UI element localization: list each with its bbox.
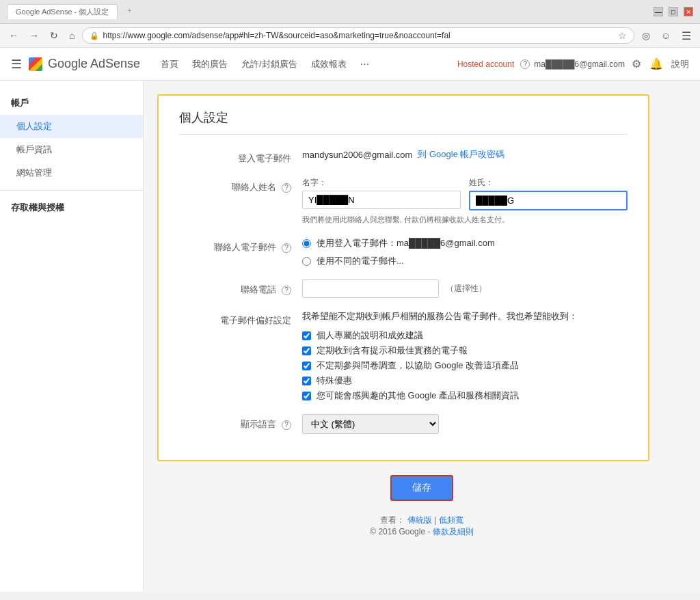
- nav-my-ads[interactable]: 我的廣告: [192, 55, 228, 73]
- radio-login-input[interactable]: [302, 239, 311, 248]
- change-password-link[interactable]: 到 Google 帳戶改密碼: [418, 148, 504, 161]
- sidebar-section-account: 帳戶: [0, 92, 143, 115]
- email-prefs-intro: 我希望能不定期收到帳戶相關的服務公告電子郵件。我也希望能收到：: [302, 310, 628, 323]
- first-name-input[interactable]: [302, 191, 461, 209]
- checkbox-surveys-label: 不定期參與問卷調查，以協助 Google 改善這項產品: [317, 359, 519, 372]
- refresh-button[interactable]: ↻: [46, 29, 62, 42]
- help-button[interactable]: 說明: [671, 58, 689, 70]
- radio-different-input[interactable]: [302, 257, 311, 266]
- sidebar-item-personal-settings[interactable]: 個人設定: [0, 115, 143, 138]
- login-email-label: 登入電子郵件: [179, 148, 302, 165]
- email-prefs-container: 我希望能不定期收到帳戶相關的服務公告電子郵件。我也希望能收到： 個人專屬的說明和…: [302, 310, 628, 402]
- checkbox-personal-tips-input[interactable]: [302, 331, 311, 340]
- phone-help-icon[interactable]: ?: [282, 286, 291, 295]
- checkbox-newsletter[interactable]: 定期收到含有提示和最佳實務的電子報: [302, 344, 628, 357]
- sidebar-item-account-info[interactable]: 帳戶資訊: [0, 138, 143, 161]
- footer-low-bandwidth-link[interactable]: 低頻寬: [439, 515, 463, 525]
- hosted-account-badge[interactable]: Hosted account: [457, 59, 514, 69]
- extension-icon[interactable]: ◎: [638, 29, 654, 42]
- nav-allow-block[interactable]: 允許/封鎖廣告: [241, 55, 297, 73]
- last-name-group: 姓氏：: [469, 177, 628, 210]
- login-email-value: mandysun2006@gmail.com 到 Google 帳戶改密碼: [302, 148, 628, 161]
- language-select[interactable]: 中文 (繁體)English日本語한국어: [302, 414, 439, 434]
- checkbox-other-products-input[interactable]: [302, 392, 311, 400]
- sidebar-item-site-management[interactable]: 網站管理: [0, 161, 143, 185]
- address-bar[interactable]: 🔒 ☆: [82, 27, 634, 44]
- checkbox-personal-tips-label: 個人專屬的說明和成效建議: [317, 329, 423, 342]
- phone-input[interactable]: [302, 279, 439, 298]
- nav-reports[interactable]: 成效報表: [311, 55, 347, 73]
- language-help-icon[interactable]: ?: [282, 420, 291, 430]
- save-area: 儲存: [157, 475, 686, 501]
- contact-name-help-icon[interactable]: ?: [282, 183, 291, 193]
- tab-label: Google AdSense - 個人設定: [7, 4, 118, 19]
- app-header: ☰ Google AdSense 首頁 我的廣告 允許/封鎖廣告 成效報表 ··…: [0, 48, 700, 81]
- google-logo-icon: [29, 57, 42, 71]
- new-tab[interactable]: +: [122, 4, 137, 19]
- checkbox-surveys-input[interactable]: [302, 362, 311, 370]
- checkbox-offers-input[interactable]: [302, 377, 311, 385]
- maximize-button[interactable]: □: [669, 7, 678, 16]
- url-input[interactable]: [103, 31, 614, 40]
- sidebar-divider: [0, 190, 143, 191]
- checkbox-offers[interactable]: 特殊優惠: [302, 374, 628, 387]
- phone-value: （選擇性）: [302, 279, 628, 298]
- login-email-text: mandysun2006@gmail.com: [302, 150, 412, 160]
- contact-name-label: 聯絡人姓名 ?: [179, 177, 302, 193]
- nav-home[interactable]: 首頁: [161, 55, 178, 73]
- checkbox-surveys[interactable]: 不定期參與問卷調查，以協助 Google 改善這項產品: [302, 359, 628, 372]
- user-email: ma█████6@gmail.com: [534, 59, 625, 69]
- lock-icon: 🔒: [90, 31, 99, 40]
- radio-use-login-email[interactable]: 使用登入電子郵件：ma█████6@gmail.com: [302, 237, 628, 249]
- first-name-label: 名字：: [302, 177, 461, 189]
- checkbox-personal-tips[interactable]: 個人專屬的說明和成效建議: [302, 329, 628, 342]
- last-name-input[interactable]: [469, 191, 628, 210]
- language-value: 中文 (繁體)English日本語한국어: [302, 414, 628, 434]
- email-prefs-label: 電子郵件偏好設定: [179, 310, 302, 327]
- sidebar: 帳戶 個人設定 帳戶資訊 網站管理 存取權與授權: [0, 81, 144, 592]
- footer-terms-link[interactable]: 條款及細則: [433, 527, 474, 536]
- browser-menu-button[interactable]: ☰: [678, 28, 695, 44]
- phone-row: 聯絡電話 ? （選擇性）: [179, 279, 628, 298]
- back-button[interactable]: ←: [5, 29, 22, 42]
- hamburger-button[interactable]: ☰: [11, 57, 22, 72]
- window-chrome: Google AdSense - 個人設定 + — □ ✕: [0, 0, 700, 24]
- contact-email-value: 使用登入電子郵件：ma█████6@gmail.com 使用不同的電子郵件...: [302, 237, 628, 267]
- contact-email-label: 聯絡人電子郵件 ?: [179, 237, 302, 254]
- contact-email-help-icon[interactable]: ?: [282, 243, 291, 253]
- star-icon[interactable]: ☆: [618, 30, 627, 41]
- forward-button[interactable]: →: [26, 29, 42, 42]
- contact-name-row: 聯絡人姓名 ? 名字： 姓氏： 我們將使用此聯絡人與您聯繫,: [179, 177, 628, 225]
- radio-different-label: 使用不同的電子郵件...: [317, 255, 404, 267]
- notifications-icon[interactable]: 🔔: [649, 57, 663, 70]
- radio-use-different-email[interactable]: 使用不同的電子郵件...: [302, 255, 628, 267]
- radio-login-label: 使用登入電子郵件：ma█████6@gmail.com: [317, 237, 495, 249]
- minimize-button[interactable]: —: [654, 7, 663, 16]
- email-prefs-row: 電子郵件偏好設定 我希望能不定期收到帳戶相關的服務公告電子郵件。我也希望能收到：…: [179, 310, 628, 402]
- footer-classic-link[interactable]: 傳統版: [407, 515, 432, 525]
- main-nav: 首頁 我的廣告 允許/封鎖廣告 成效報表 ···: [161, 55, 457, 73]
- settings-icon[interactable]: ⚙: [632, 57, 641, 70]
- hosted-help-icon[interactable]: ?: [520, 59, 530, 69]
- save-button[interactable]: 儲存: [390, 475, 453, 501]
- optional-label: （選擇性）: [446, 283, 487, 295]
- footer-view-label: 查看：: [380, 515, 405, 525]
- language-label: 顯示語言 ?: [179, 414, 302, 431]
- nav-more[interactable]: ···: [360, 58, 369, 70]
- home-button[interactable]: ⌂: [66, 29, 78, 42]
- footer-copyright: © 2016 Google -: [370, 527, 430, 536]
- close-button[interactable]: ✕: [684, 7, 693, 16]
- app-title: Google AdSense: [48, 57, 140, 71]
- email-prefs-value: 我希望能不定期收到帳戶相關的服務公告電子郵件。我也希望能收到： 個人專屬的說明和…: [302, 310, 628, 402]
- checkbox-other-products[interactable]: 您可能會感興趣的其他 Google 產品和服務相關資訊: [302, 390, 628, 402]
- browser-toolbar: ← → ↻ ⌂ 🔒 ☆ ◎ ☺ ☰: [0, 24, 700, 48]
- checkbox-newsletter-label: 定期收到含有提示和最佳實務的電子報: [317, 344, 468, 357]
- radio-group: 使用登入電子郵件：ma█████6@gmail.com 使用不同的電子郵件...: [302, 237, 628, 267]
- checkbox-newsletter-input[interactable]: [302, 346, 311, 355]
- sidebar-section-access: 存取權與授權: [0, 196, 143, 219]
- contact-name-value: 名字： 姓氏： 我們將使用此聯絡人與您聯繫, 付款仍將根據收款人姓名支付。: [302, 177, 628, 225]
- card-title: 個人設定: [179, 109, 628, 135]
- content-area: 個人設定 登入電子郵件 mandysun2006@gmail.com 到 Goo…: [144, 81, 700, 592]
- logo-area: Google AdSense: [29, 57, 140, 71]
- smiley-icon[interactable]: ☺: [658, 29, 674, 42]
